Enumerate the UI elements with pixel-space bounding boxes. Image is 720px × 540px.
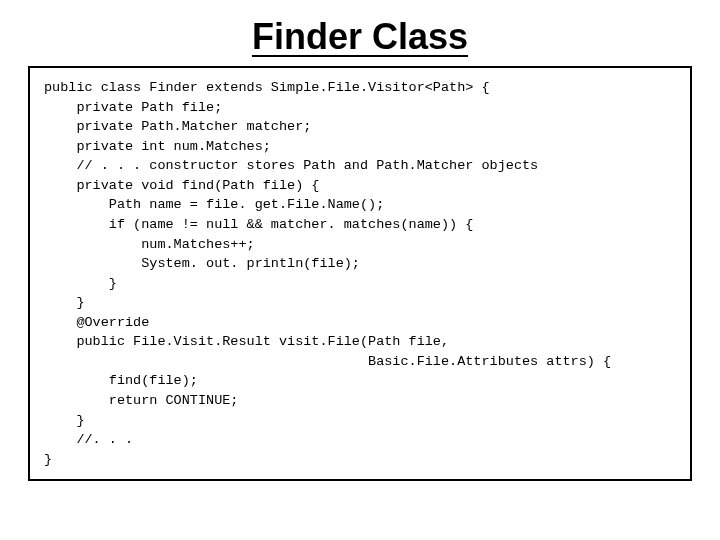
code-line: private void find(Path file) { xyxy=(44,178,319,193)
code-line: @Override xyxy=(44,315,149,330)
code-line: num.Matches++; xyxy=(44,237,255,252)
code-block: public class Finder extends Simple.File.… xyxy=(44,78,676,469)
code-container: public class Finder extends Simple.File.… xyxy=(28,66,692,481)
slide: Finder Class public class Finder extends… xyxy=(0,0,720,540)
code-line: System. out. println(file); xyxy=(44,256,360,271)
code-line: find(file); xyxy=(44,373,198,388)
code-line: //. . . xyxy=(44,432,133,447)
code-line: } xyxy=(44,413,85,428)
code-line: public File.Visit.Result visit.File(Path… xyxy=(44,334,449,349)
code-line: Path name = file. get.File.Name(); xyxy=(44,197,384,212)
code-line: Basic.File.Attributes attrs) { xyxy=(44,354,611,369)
code-line: private Path.Matcher matcher; xyxy=(44,119,311,134)
code-line: } xyxy=(44,276,117,291)
code-line: if (name != null && matcher. matches(nam… xyxy=(44,217,473,232)
code-line: return CONTINUE; xyxy=(44,393,238,408)
code-line: public class Finder extends Simple.File.… xyxy=(44,80,490,95)
page-title: Finder Class xyxy=(0,16,720,58)
code-line: } xyxy=(44,295,85,310)
code-line: } xyxy=(44,452,52,467)
code-line: private Path file; xyxy=(44,100,222,115)
code-line: private int num.Matches; xyxy=(44,139,271,154)
code-line: // . . . constructor stores Path and Pat… xyxy=(44,158,538,173)
